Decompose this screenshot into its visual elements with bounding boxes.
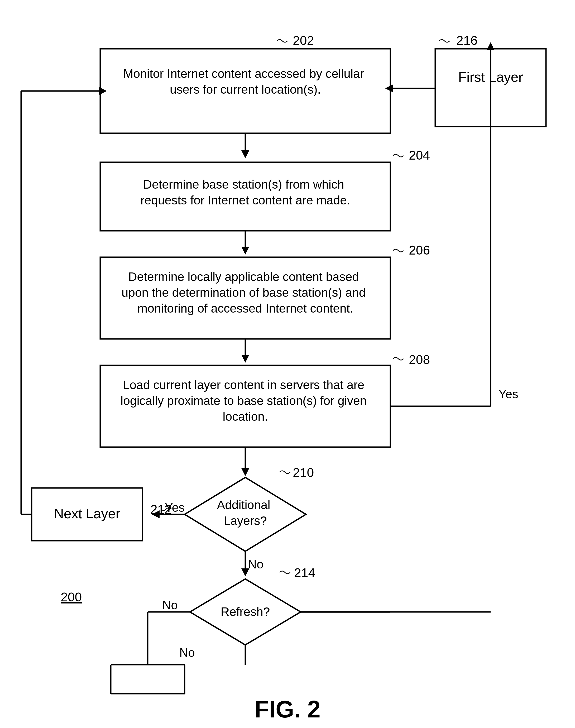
diamond-214-text: Refresh?: [221, 605, 270, 619]
ref-206: 206: [409, 243, 430, 257]
no-label-214: No: [179, 646, 195, 659]
svg-marker-3: [241, 355, 249, 363]
ref-208: 208: [409, 353, 430, 367]
ref-210: 210: [293, 465, 314, 480]
ref-214: 214: [294, 566, 315, 580]
ref-204: 204: [409, 148, 430, 162]
next-layer-text: Next Layer: [54, 506, 120, 521]
svg-marker-7: [241, 468, 249, 476]
svg-marker-1: [241, 150, 249, 158]
ref-216: 216: [456, 34, 477, 47]
yes-right-label: Yes: [499, 387, 518, 401]
yes-left-label: Yes: [165, 500, 184, 514]
ref-202: 202: [293, 34, 314, 47]
diagram-container: 200 202 Monitor Internet content accesse…: [0, 0, 575, 728]
ref-200: 200: [61, 590, 82, 604]
no-down-label-210: No: [248, 557, 264, 571]
svg-marker-2: [241, 247, 249, 254]
arrow-yes-to-firstlayer: [487, 42, 495, 50]
box-206-text: Determine locally applicable content bas…: [122, 270, 369, 315]
no-label-214-left: No: [162, 598, 178, 612]
figure-label: FIG. 2: [255, 696, 320, 723]
